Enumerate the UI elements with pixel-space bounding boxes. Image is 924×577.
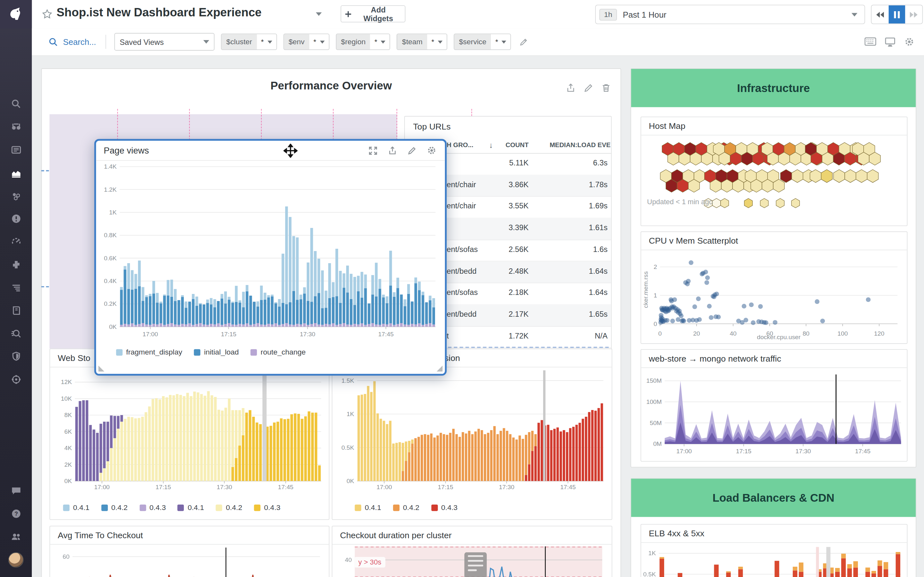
search-control[interactable]: Search...	[48, 37, 96, 47]
legend-item[interactable]: route_change	[250, 348, 306, 356]
network-traffic-chart[interactable]: 0M50M100M150M17:0017:1517:3017:45	[642, 369, 906, 458]
legend-item[interactable]: fragment_display	[116, 348, 182, 356]
cpu-mem-scatter-chart[interactable]: 012020406080100120docker.cpu.usercker.me…	[642, 251, 906, 340]
legend-item[interactable]: 0.4.2	[102, 503, 128, 512]
pill-value[interactable]: *	[427, 34, 447, 50]
sidebar-item-metrics[interactable]	[0, 161, 32, 184]
sidebar-item-search[interactable]	[0, 92, 32, 115]
legend-item[interactable]: initial_load	[194, 348, 239, 356]
sidebar-item-security[interactable]	[0, 345, 32, 368]
sidebar-item-notebook[interactable]	[0, 299, 32, 322]
host-hexagon[interactable]	[834, 169, 845, 182]
host-hexagon[interactable]	[720, 198, 729, 208]
template-variable-env[interactable]: $env*	[283, 34, 329, 50]
legend-item[interactable]: 0.4.1	[63, 503, 89, 512]
host-hexagon[interactable]	[867, 169, 879, 182]
template-variable-cluster[interactable]: $cluster*	[221, 34, 277, 50]
datadog-logo[interactable]	[0, 0, 32, 28]
host-hexagon[interactable]	[845, 169, 856, 182]
sidebar-item-network[interactable]	[0, 368, 32, 391]
legend-swatch	[250, 349, 257, 355]
legend-label: initial_load	[204, 348, 239, 356]
host-hexagon[interactable]	[776, 198, 784, 208]
favorite-star-icon[interactable]	[41, 8, 53, 20]
sidebar-item-events[interactable]	[0, 139, 32, 161]
sidebar-item-monitors[interactable]	[0, 207, 32, 230]
host-hexagon[interactable]	[792, 198, 800, 208]
host-hexagon[interactable]	[821, 169, 833, 182]
forward-button[interactable]	[905, 5, 922, 24]
pill-value[interactable]: *	[309, 34, 328, 50]
settings-gear-icon[interactable]	[904, 37, 915, 47]
legend-swatch	[194, 349, 200, 355]
legend-item[interactable]: 0.4.3	[254, 503, 280, 512]
pause-button[interactable]	[888, 5, 905, 24]
sidebar-item-integrations[interactable]	[0, 253, 32, 276]
chat-icon	[10, 485, 21, 496]
rewind-button[interactable]	[872, 5, 889, 24]
sidebar-item-infrastructure[interactable]	[0, 184, 32, 207]
saved-views-dropdown[interactable]: Saved Views	[114, 33, 214, 51]
page-views-legend: fragment_displayinitial_loadroute_change	[116, 348, 306, 356]
fullscreen-icon[interactable]	[368, 146, 378, 155]
export-icon[interactable]	[565, 83, 575, 93]
svg-text:10K: 10K	[61, 395, 72, 402]
legend-label: fragment_display	[126, 348, 182, 356]
web-store-chart[interactable]: 0K2K4K6K8K10K12K17:0017:1517:3017:45	[55, 370, 325, 494]
sidebar-item-apm[interactable]	[0, 230, 32, 253]
pill-value[interactable]: *	[370, 34, 389, 50]
page-views-chart[interactable]: 0K0.2K0.4K0.6K0.8K1K1.2K1.4K17:0017:1517…	[99, 164, 440, 341]
host-map-hexagons[interactable]	[641, 135, 906, 224]
sidebar-item-synthetics[interactable]	[0, 322, 32, 345]
column-median[interactable]: MEDIAN:LOAD EVE	[475, 141, 611, 148]
title-dropdown-caret[interactable]	[316, 13, 321, 16]
elb-chart[interactable]: 1K0.5K	[642, 545, 906, 577]
svg-text:17:00: 17:00	[376, 484, 392, 490]
host-hexagon[interactable]	[792, 169, 803, 182]
host-hexagon[interactable]	[856, 169, 867, 182]
delete-trash-icon[interactable]	[601, 83, 611, 93]
sidebar-item-chat[interactable]	[0, 479, 32, 502]
host-hexagon[interactable]	[780, 169, 792, 182]
avg-checkout-chart[interactable]: 6040	[55, 546, 325, 577]
conversion-chart[interactable]: 0K0.5K1K1.5K17:0017:1517:3017:45	[337, 370, 607, 494]
edit-pencil-icon[interactable]	[583, 83, 593, 93]
legend-item[interactable]: 0.4.3	[140, 503, 166, 512]
legend-item[interactable]: 0.4.1	[178, 503, 204, 512]
edit-variables-pencil-icon[interactable]	[519, 37, 528, 47]
legend-item[interactable]: 0.4.2	[216, 503, 242, 512]
widget-header[interactable]: Page views	[96, 141, 445, 161]
host-hexagon[interactable]	[760, 198, 768, 208]
resize-handle[interactable]	[437, 366, 443, 372]
pill-value[interactable]: *	[257, 34, 276, 50]
template-variable-team[interactable]: $team*	[397, 34, 447, 50]
svg-text:17:45: 17:45	[278, 484, 293, 490]
svg-text:1.2K: 1.2K	[104, 186, 117, 193]
sidebar-item-avatar[interactable]	[0, 548, 32, 571]
template-variable-service[interactable]: $service*	[454, 34, 511, 50]
sidebar-item-logs[interactable]	[0, 276, 32, 299]
saved-views-label: Saved Views	[120, 37, 164, 47]
legend-item[interactable]: 0.4.3	[431, 503, 457, 512]
pill-value[interactable]: *	[491, 34, 510, 50]
export-icon[interactable]	[388, 146, 397, 155]
legend-item[interactable]: 0.4.1	[355, 503, 381, 512]
legend-item[interactable]: 0.4.2	[393, 503, 419, 512]
svg-text:0.4K: 0.4K	[104, 277, 117, 284]
page-views-floating-widget[interactable]: Page views 0K0.2K0.4K0.6K0.8K1K1.2K1.4K1…	[94, 139, 447, 376]
sidebar-item-users[interactable]	[0, 525, 32, 548]
resize-handle[interactable]	[99, 366, 104, 372]
keyboard-shortcuts-icon[interactable]	[864, 37, 876, 47]
edit-pencil-icon[interactable]	[407, 146, 417, 155]
legend-swatch	[393, 504, 399, 511]
template-variable-region[interactable]: $region*	[336, 34, 390, 50]
widget-gear-icon[interactable]	[427, 145, 437, 155]
host-hexagon[interactable]	[712, 198, 720, 208]
add-widgets-button[interactable]: Add Widgets	[341, 5, 405, 23]
host-hexagon[interactable]	[744, 198, 752, 208]
time-range-selector[interactable]: 1h Past 1 Hour	[595, 5, 865, 24]
sidebar-item-watchdog[interactable]	[0, 115, 32, 139]
svg-text:17:15: 17:15	[156, 484, 171, 490]
tv-mode-icon[interactable]	[885, 37, 896, 47]
sidebar-item-help[interactable]: ?	[0, 502, 32, 525]
